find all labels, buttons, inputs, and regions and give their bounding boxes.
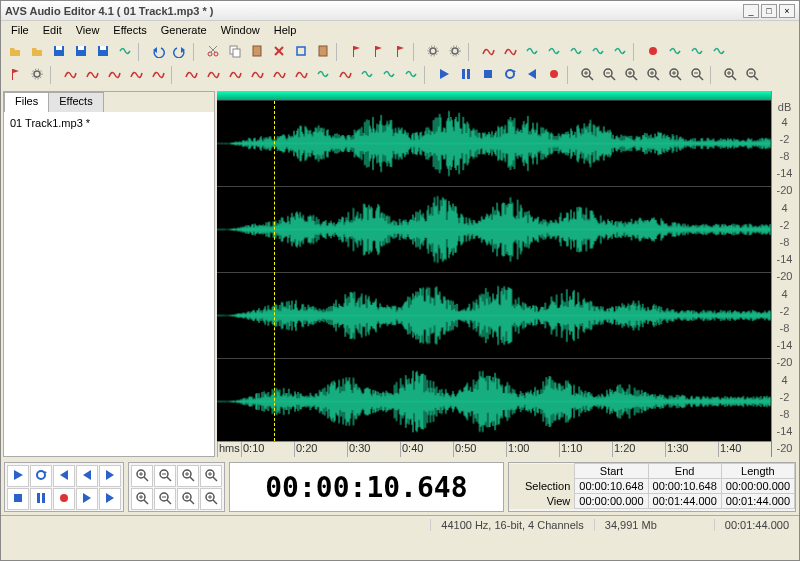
zoom-sel-button[interactable] xyxy=(620,64,641,85)
rewind-button[interactable] xyxy=(521,64,542,85)
zoom-vfit-button[interactable] xyxy=(177,488,199,510)
menu-file[interactable]: File xyxy=(5,23,35,37)
track-4[interactable] xyxy=(217,359,771,445)
marker-add-button[interactable] xyxy=(345,41,366,62)
pitch-button[interactable] xyxy=(708,41,729,62)
fade-in-button[interactable] xyxy=(477,41,498,62)
tool-button[interactable] xyxy=(444,41,465,62)
new-file-button[interactable] xyxy=(4,41,25,62)
menu-edit[interactable]: Edit xyxy=(37,23,68,37)
zoom-vert-out-button[interactable] xyxy=(686,64,707,85)
file-item[interactable]: 01 Track1.mp3 * xyxy=(8,116,210,130)
normalize-button[interactable] xyxy=(521,41,542,62)
wave-normal-button[interactable] xyxy=(103,64,124,85)
menu-generate[interactable]: Generate xyxy=(155,23,213,37)
zoom-in-button[interactable] xyxy=(576,64,597,85)
paste-button[interactable] xyxy=(246,41,267,62)
minimize-button[interactable]: _ xyxy=(743,4,759,18)
view-start[interactable]: 00:00:00.000 xyxy=(575,494,648,509)
zoom-win-out-button[interactable] xyxy=(741,64,762,85)
crop-button[interactable] xyxy=(290,41,311,62)
track-3[interactable] xyxy=(217,273,771,359)
zoom-sel-button[interactable] xyxy=(177,465,199,487)
play-button[interactable] xyxy=(7,465,29,487)
delete-button[interactable] xyxy=(268,41,289,62)
mix-paste-button[interactable] xyxy=(312,41,333,62)
open-file-button[interactable] xyxy=(26,41,47,62)
spectrum-button[interactable] xyxy=(664,41,685,62)
fade-out-button[interactable] xyxy=(499,41,520,62)
sel-end[interactable]: 00:00:10.648 xyxy=(648,479,721,494)
zoom-out-button[interactable] xyxy=(598,64,619,85)
marker-prev-button[interactable] xyxy=(367,41,388,62)
record-button[interactable] xyxy=(543,64,564,85)
curve-button[interactable] xyxy=(147,64,168,85)
maximize-button[interactable]: □ xyxy=(761,4,777,18)
pause-button[interactable] xyxy=(455,64,476,85)
play-button[interactable] xyxy=(433,64,454,85)
save-all-button[interactable] xyxy=(92,41,113,62)
zoom-vout-button[interactable] xyxy=(154,488,176,510)
tab-effects[interactable]: Effects xyxy=(48,92,103,112)
fast-fwd-button[interactable] xyxy=(76,488,98,510)
loop-button[interactable] xyxy=(499,64,520,85)
goto-end-button[interactable] xyxy=(99,488,121,510)
filter1-button[interactable] xyxy=(180,64,201,85)
stop-button[interactable] xyxy=(7,488,29,510)
view-length[interactable]: 00:01:44.000 xyxy=(721,494,794,509)
swap-button[interactable] xyxy=(378,64,399,85)
envelope-draw-button[interactable] xyxy=(81,64,102,85)
stop-button[interactable] xyxy=(477,64,498,85)
sel-start[interactable]: 00:00:10.648 xyxy=(575,479,648,494)
save-button[interactable] xyxy=(48,41,69,62)
pause-button[interactable] xyxy=(30,488,52,510)
track-1[interactable] xyxy=(217,101,771,187)
wave-gen-button[interactable] xyxy=(334,64,355,85)
export-button[interactable] xyxy=(114,41,135,62)
amplify-button[interactable] xyxy=(543,41,564,62)
timeline-ruler[interactable]: hms0:100:200:300:400:501:001:101:201:301… xyxy=(217,441,771,457)
redo-button[interactable] xyxy=(169,41,190,62)
record-button[interactable] xyxy=(53,488,75,510)
wave-shape-button[interactable] xyxy=(125,64,146,85)
save-as-button[interactable] xyxy=(70,41,91,62)
zoom-out-button[interactable] xyxy=(154,465,176,487)
marker-next-button[interactable] xyxy=(389,41,410,62)
zoom-win-in-button[interactable] xyxy=(719,64,740,85)
step-fwd-button[interactable] xyxy=(99,465,121,487)
effect-wrench-button[interactable] xyxy=(26,64,47,85)
menu-view[interactable]: View xyxy=(70,23,106,37)
filter4-button[interactable] xyxy=(246,64,267,85)
loop-button[interactable] xyxy=(30,465,52,487)
filter2-button[interactable] xyxy=(202,64,223,85)
step-back-button[interactable] xyxy=(76,465,98,487)
tab-files[interactable]: Files xyxy=(4,92,49,112)
rewind-start-button[interactable] xyxy=(53,465,75,487)
zoom-fit-button[interactable] xyxy=(642,64,663,85)
filter6-button[interactable] xyxy=(290,64,311,85)
filter3-button[interactable] xyxy=(224,64,245,85)
menu-effects[interactable]: Effects xyxy=(107,23,152,37)
cut-button[interactable] xyxy=(202,41,223,62)
frequency-button[interactable] xyxy=(686,41,707,62)
menu-help[interactable]: Help xyxy=(268,23,303,37)
undo-button[interactable] xyxy=(147,41,168,62)
overview-bar[interactable] xyxy=(217,91,771,101)
zoom-in-button[interactable] xyxy=(131,465,153,487)
target-button[interactable] xyxy=(312,64,333,85)
zoom-vert-in-button[interactable] xyxy=(664,64,685,85)
playback-cursor[interactable] xyxy=(274,101,275,441)
zoom-reset-button[interactable] xyxy=(200,488,222,510)
filter5-button[interactable] xyxy=(268,64,289,85)
record-timer-button[interactable] xyxy=(642,41,663,62)
track-2[interactable] xyxy=(217,187,771,273)
zoom-full-button[interactable] xyxy=(200,465,222,487)
reverse-button[interactable] xyxy=(609,41,630,62)
marker-flag-button[interactable] xyxy=(4,64,25,85)
settings-button[interactable] xyxy=(422,41,443,62)
waveform-main[interactable]: hms0:100:200:300:400:501:001:101:201:301… xyxy=(217,91,771,457)
sel-length[interactable]: 00:00:00.000 xyxy=(721,479,794,494)
menu-window[interactable]: Window xyxy=(215,23,266,37)
swap2-button[interactable] xyxy=(400,64,421,85)
compress-button[interactable] xyxy=(587,41,608,62)
